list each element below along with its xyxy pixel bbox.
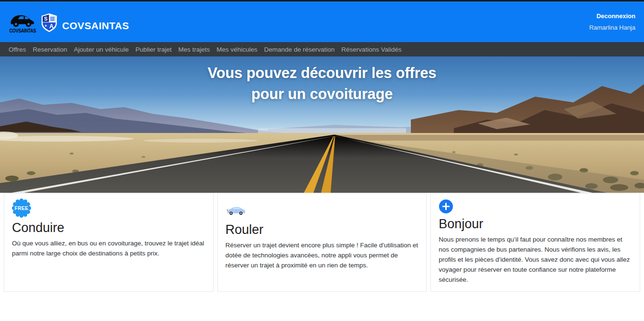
app-header: COVSAINTAS S ★ A COVSAINTAS Deconnexion [0, 1, 644, 42]
card-title-bonjour: Bonjour [439, 217, 632, 232]
logout-link[interactable]: Deconnexion [589, 12, 635, 20]
black-car-icon [9, 12, 36, 28]
nav-item-demande-reservation[interactable]: Demande de réservation [261, 46, 338, 53]
shield-letter-s: S [44, 16, 47, 22]
card-body-conduire: Où que vous alliez, en bus ou en covoitu… [12, 238, 205, 258]
card-conduire: FREE Conduire Où que vous alliez, en bus… [4, 193, 214, 292]
nav-item-publier-trajet[interactable]: Publier trajet [132, 46, 175, 53]
car-logo-caption: COVSAINTAS [9, 28, 36, 33]
nav-item-reservations-valides[interactable]: Réservations Validés [338, 46, 405, 53]
hero-title: Vous pouvez découvrir les offres pour un… [0, 63, 644, 105]
card-bonjour: Bonjour Nous prenons le temps qu’il faut… [430, 193, 640, 292]
nav-item-ajouter-vehicule[interactable]: Ajouter un véhicule [71, 46, 132, 53]
free-badge-label: FREE [15, 206, 29, 211]
card-title-rouler: Rouler [225, 222, 419, 237]
shield-crest-icon: S ★ A [41, 13, 57, 33]
hero-banner: Vous pouvez découvrir les offres pour un… [0, 56, 644, 193]
feature-cards: FREE Conduire Où que vous alliez, en bus… [0, 193, 644, 292]
shield-letter-a: A [49, 22, 54, 29]
card-body-rouler: Réserver un trajet devient encore plus s… [225, 240, 419, 270]
brand-home-link[interactable]: COVSAINTAS S ★ A COVSAINTAS [8, 10, 129, 34]
nav-item-reservation[interactable]: Reservation [30, 46, 71, 53]
shield-star: ★ [44, 24, 47, 27]
card-body-bonjour: Nous prenons le temps qu’il faut pour co… [439, 234, 632, 285]
user-name-link[interactable]: Ramarlina Hanja [589, 24, 635, 31]
card-title-conduire: Conduire [12, 221, 205, 235]
brand-title: COVSAINTAS [62, 20, 129, 32]
hero-title-line2: pour un covoiturage [0, 84, 644, 105]
shield-logo: S ★ A [41, 13, 57, 34]
card-rouler: Rouler Réserver un trajet devient encore… [217, 193, 427, 292]
plus-icon [439, 198, 632, 215]
free-badge-icon: FREE [12, 198, 205, 219]
hero-title-line1: Vous pouvez découvrir les offres [0, 63, 644, 84]
nav-item-mes-trajets[interactable]: Mes trajets [175, 46, 213, 53]
nav-item-offres[interactable]: Offres [5, 46, 30, 53]
car-icon [225, 198, 419, 221]
header-user-area: Deconnexion Ramarlina Hanja [589, 12, 636, 31]
car-logo: COVSAINTAS [8, 12, 37, 33]
main-navbar: Offres Reservation Ajouter un véhicule P… [0, 42, 644, 56]
nav-item-mes-vehicules[interactable]: Mes véhicules [213, 46, 261, 53]
